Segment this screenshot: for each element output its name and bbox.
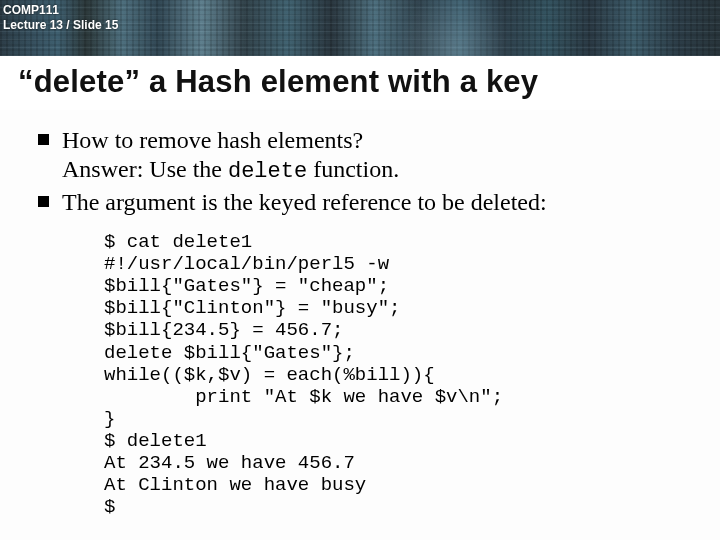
bullet-2: The argument is the keyed reference to b… <box>32 188 692 217</box>
slide-content: How to remove hash elements? Answer: Use… <box>0 110 720 518</box>
lecture-slide: Lecture 13 / Slide 15 <box>3 18 118 33</box>
bullet-1-line2-post: function. <box>307 156 399 182</box>
bullet-2-line1: The argument is the keyed reference to b… <box>62 189 547 215</box>
slide-title: “delete” a Hash element with a key <box>18 64 702 100</box>
bullet-list: How to remove hash elements? Answer: Use… <box>32 126 692 217</box>
bullet-1-line2-pre: Answer: Use the <box>62 156 228 182</box>
code-block: $ cat delete1 #!/usr/local/bin/perl5 -w … <box>104 231 692 517</box>
bullet-1-line2: Answer: Use the delete function. <box>62 155 692 186</box>
slide: COMP111 Lecture 13 / Slide 15 “delete” a… <box>0 0 720 540</box>
delete-keyword: delete <box>228 159 307 184</box>
bullet-1-line1: How to remove hash elements? <box>62 127 363 153</box>
course-tag: COMP111 Lecture 13 / Slide 15 <box>3 3 118 33</box>
course-code: COMP111 <box>3 3 118 18</box>
bullet-1: How to remove hash elements? Answer: Use… <box>32 126 692 186</box>
title-bar: “delete” a Hash element with a key <box>0 56 720 110</box>
header-banner: COMP111 Lecture 13 / Slide 15 <box>0 0 720 56</box>
